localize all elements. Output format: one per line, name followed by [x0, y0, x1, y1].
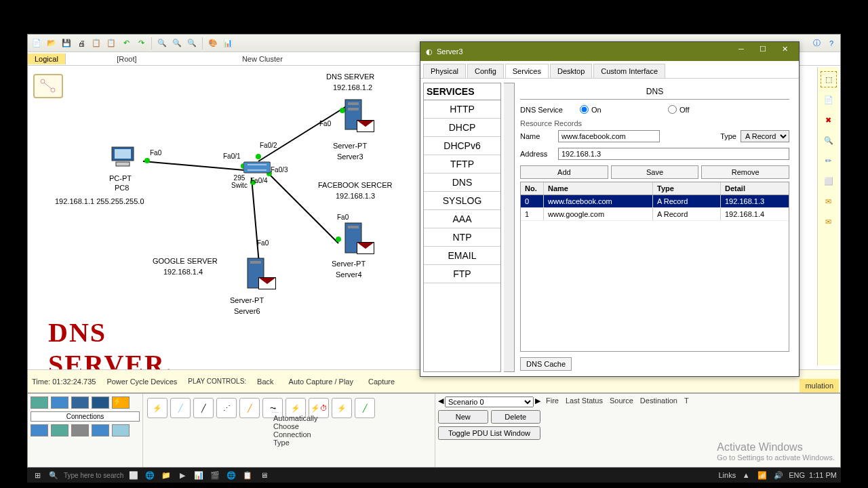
scenario-nav-icon[interactable]: ◀ [438, 396, 443, 407]
tab-config[interactable]: Config [467, 64, 504, 78]
scenario-select[interactable]: Scenario 0 [445, 396, 534, 407]
dns-cache-button[interactable]: DNS Cache [520, 357, 572, 371]
help-icon[interactable]: ? [825, 37, 837, 49]
octal-cable-icon[interactable]: ╱ [355, 398, 375, 418]
delete-tool-icon[interactable]: ✖ [821, 112, 837, 128]
scenario-new-button[interactable]: New [438, 410, 488, 424]
switch-device-icon[interactable] [243, 159, 271, 176]
tray-icon[interactable]: ▲ [740, 470, 752, 481]
straight-cable-icon[interactable]: ╱ [193, 398, 214, 418]
pc-device-icon[interactable] [109, 146, 136, 167]
add-button[interactable]: Add [520, 165, 608, 179]
service-dns[interactable]: DNS [424, 174, 500, 192]
search-icon[interactable]: 🔍 [47, 470, 60, 481]
cloud-icon[interactable] [112, 424, 130, 436]
app-icon[interactable]: 🎬 [209, 470, 221, 481]
pdu-envelope-icon[interactable] [357, 242, 374, 254]
scenario-nav-icon[interactable]: ▶ [535, 396, 540, 407]
app-icon[interactable]: 🌐 [225, 470, 237, 481]
complex-pdu-icon[interactable]: ✉ [821, 214, 837, 230]
redo-icon[interactable]: ↷ [135, 37, 147, 49]
switch-category-icon[interactable] [51, 396, 68, 409]
start-icon[interactable]: ⊞ [31, 470, 43, 481]
address-input[interactable] [558, 148, 789, 160]
power-cycle-button[interactable]: Power Cycle Devices [102, 377, 181, 386]
service-aaa[interactable]: AAA [424, 210, 500, 228]
col-name[interactable]: Name [544, 182, 653, 195]
custom-icon[interactable] [71, 424, 89, 436]
console-cable-icon[interactable]: ╱ [170, 398, 191, 418]
type-select[interactable]: A Record [741, 130, 789, 142]
app-icon[interactable]: 🌐 [144, 470, 156, 481]
window-titlebar[interactable]: ◐ Server3 ─ ☐ ✕ [420, 42, 799, 61]
service-dhcpv6[interactable]: DHCPv6 [424, 137, 500, 155]
simulation-tab[interactable]: mulation [800, 379, 839, 392]
name-input[interactable] [558, 130, 660, 142]
select-tool-icon[interactable]: ⬚ [821, 71, 837, 87]
maximize-button[interactable]: ☐ [754, 45, 772, 58]
volume-icon[interactable]: 🔊 [772, 470, 785, 481]
router-category-icon[interactable] [31, 396, 48, 409]
inspect-tool-icon[interactable]: 🔍 [821, 132, 837, 148]
service-ftp[interactable]: FTP [424, 265, 500, 283]
resize-tool-icon[interactable]: ⬜ [821, 173, 837, 189]
print-icon[interactable]: 🖨 [75, 37, 87, 49]
toggle-pdu-button[interactable]: Toggle PDU List Window [438, 426, 540, 440]
breadcrumb-root[interactable]: [Root] [66, 54, 188, 64]
app-icon[interactable]: 🖥 [258, 470, 270, 481]
table-row[interactable]: 0 www.facebook.com A Record 192.168.1.3 [521, 195, 789, 208]
dns-off-radio[interactable]: Off [668, 105, 722, 114]
navigation-box[interactable] [33, 74, 63, 98]
services-scrollbar[interactable] [504, 83, 515, 372]
col-type[interactable]: Type [653, 182, 721, 195]
clock[interactable]: 1:11 PM [809, 471, 837, 479]
fiber-cable-icon[interactable]: ╱ [239, 398, 260, 418]
connection-category-icon[interactable]: ⚡ [112, 396, 130, 409]
cross-cable-icon[interactable]: ⋰ [216, 398, 237, 418]
app-icon[interactable]: 📁 [160, 470, 172, 481]
tab-desktop[interactable]: Desktop [550, 64, 592, 78]
zoom-out-icon[interactable]: 🔍 [186, 37, 198, 49]
pdu-envelope-icon[interactable] [258, 277, 276, 289]
back-button[interactable]: Back [253, 377, 277, 386]
tab-custom[interactable]: Custom Interface [593, 64, 665, 78]
serial-dte-icon[interactable]: ⚡ [332, 398, 352, 418]
capture-button[interactable]: Capture [364, 377, 399, 386]
auto-cable-icon[interactable]: ⚡ [147, 398, 167, 418]
app-icon[interactable]: 📊 [193, 470, 205, 481]
service-ntp[interactable]: NTP [424, 228, 500, 247]
open-icon[interactable]: 📂 [45, 37, 58, 49]
minimize-button[interactable]: ─ [732, 45, 750, 58]
scenario-delete-button[interactable]: Delete [491, 410, 541, 424]
new-file-icon[interactable]: 📄 [31, 37, 43, 49]
col-no[interactable]: No. [521, 182, 544, 195]
dns-on-radio[interactable]: On [580, 105, 634, 114]
custom-device-icon[interactable]: 📊 [222, 37, 234, 49]
app-icon[interactable]: 📋 [241, 470, 254, 481]
search-placeholder[interactable]: Type here to search [64, 472, 123, 479]
tab-logical[interactable]: Logical [28, 54, 66, 64]
hub-category-icon[interactable] [71, 396, 89, 409]
table-row[interactable]: 1 www.google.com A Record 192.168.1.4 [521, 208, 789, 221]
wireless-category-icon[interactable] [92, 396, 109, 409]
service-dhcp[interactable]: DHCP [424, 119, 500, 137]
save-button[interactable]: Save [611, 165, 699, 179]
zoom-reset-icon[interactable]: 🔍 [171, 37, 183, 49]
info-icon[interactable]: ⓘ [810, 37, 823, 49]
draw-tool-icon[interactable]: ✏ [821, 152, 837, 169]
close-button[interactable]: ✕ [776, 45, 793, 58]
tab-services[interactable]: Services [505, 64, 549, 78]
pdu-envelope-icon[interactable] [357, 120, 374, 132]
service-http[interactable]: HTTP [424, 100, 500, 119]
new-cluster-button[interactable]: New Cluster [188, 54, 337, 64]
service-syslog[interactable]: SYSLOG [424, 192, 500, 210]
enddevice-icon[interactable] [31, 424, 48, 436]
copy-icon[interactable]: 📋 [90, 37, 102, 49]
simple-pdu-icon[interactable]: ✉ [821, 193, 837, 209]
app-icon[interactable]: ▶ [176, 470, 189, 481]
remove-button[interactable]: Remove [701, 165, 789, 179]
taskview-icon[interactable]: ⬜ [127, 470, 140, 481]
col-detail[interactable]: Detail [721, 182, 789, 195]
links-label[interactable]: Links [719, 471, 736, 479]
network-icon[interactable]: 📶 [756, 470, 768, 481]
